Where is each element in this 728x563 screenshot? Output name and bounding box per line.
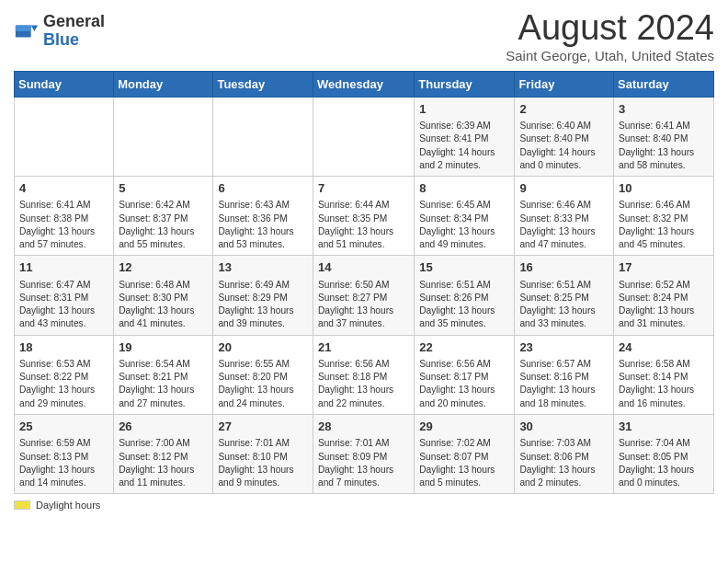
day-number: 20: [218, 339, 308, 356]
calendar-cell-3-0: 18Sunrise: 6:53 AM Sunset: 8:22 PM Dayli…: [15, 335, 114, 414]
calendar-cell-0-1: [114, 97, 213, 176]
day-info: Sunrise: 6:54 AM Sunset: 8:21 PM Dayligh…: [119, 358, 208, 410]
calendar-cell-0-2: [213, 97, 313, 176]
calendar-cell-2-0: 11Sunrise: 6:47 AM Sunset: 8:31 PM Dayli…: [15, 256, 114, 335]
day-info: Sunrise: 6:51 AM Sunset: 8:25 PM Dayligh…: [519, 279, 609, 331]
day-info: Sunrise: 6:49 AM Sunset: 8:29 PM Dayligh…: [218, 279, 308, 331]
day-info: Sunrise: 6:57 AM Sunset: 8:16 PM Dayligh…: [519, 358, 609, 410]
svg-marker-1: [31, 25, 38, 31]
calendar-week-2: 4Sunrise: 6:41 AM Sunset: 8:38 PM Daylig…: [15, 177, 714, 256]
day-info: Sunrise: 6:55 AM Sunset: 8:20 PM Dayligh…: [218, 358, 308, 410]
day-info: Sunrise: 7:00 AM Sunset: 8:12 PM Dayligh…: [119, 437, 208, 489]
day-info: Sunrise: 6:52 AM Sunset: 8:24 PM Dayligh…: [619, 279, 709, 331]
day-number: 19: [119, 339, 208, 356]
day-number: 25: [19, 419, 108, 435]
day-info: Sunrise: 7:02 AM Sunset: 8:07 PM Dayligh…: [419, 437, 509, 489]
day-info: Sunrise: 6:39 AM Sunset: 8:41 PM Dayligh…: [419, 120, 509, 172]
day-info: Sunrise: 7:04 AM Sunset: 8:05 PM Dayligh…: [619, 437, 709, 489]
month-title: August 2024: [506, 9, 714, 48]
calendar-header-sunday: Sunday: [15, 71, 114, 97]
logo-general-text: General: [43, 12, 105, 30]
day-number: 14: [318, 259, 409, 276]
day-info: Sunrise: 6:43 AM Sunset: 8:36 PM Dayligh…: [218, 199, 308, 251]
day-number: 24: [619, 339, 709, 356]
calendar-cell-3-5: 23Sunrise: 6:57 AM Sunset: 8:16 PM Dayli…: [515, 335, 614, 414]
day-number: 23: [519, 339, 609, 356]
day-number: 10: [619, 180, 709, 197]
day-number: 7: [318, 180, 409, 197]
day-number: 16: [519, 259, 609, 276]
calendar-cell-4-0: 25Sunrise: 6:59 AM Sunset: 8:13 PM Dayli…: [15, 415, 114, 494]
calendar-cell-3-6: 24Sunrise: 6:58 AM Sunset: 8:14 PM Dayli…: [614, 335, 714, 414]
calendar-week-4: 18Sunrise: 6:53 AM Sunset: 8:22 PM Dayli…: [15, 335, 714, 414]
calendar-cell-2-2: 13Sunrise: 6:49 AM Sunset: 8:29 PM Dayli…: [213, 256, 313, 335]
logo-blue-text: Blue: [43, 30, 79, 49]
header: General Blue August 2024 Saint George, U…: [14, 9, 714, 63]
calendar-cell-2-1: 12Sunrise: 6:48 AM Sunset: 8:30 PM Dayli…: [114, 256, 213, 335]
calendar-cell-2-3: 14Sunrise: 6:50 AM Sunset: 8:27 PM Dayli…: [313, 256, 415, 335]
day-number: 1: [419, 101, 509, 118]
day-info: Sunrise: 6:42 AM Sunset: 8:37 PM Dayligh…: [119, 199, 208, 251]
day-number: 27: [218, 419, 308, 435]
day-number: 30: [519, 419, 609, 435]
day-number: 15: [419, 259, 509, 276]
day-info: Sunrise: 6:51 AM Sunset: 8:26 PM Dayligh…: [419, 279, 509, 331]
day-number: 18: [19, 339, 108, 356]
day-info: Sunrise: 6:56 AM Sunset: 8:17 PM Dayligh…: [419, 358, 509, 410]
day-number: 4: [19, 180, 108, 197]
calendar-header-friday: Friday: [515, 71, 614, 97]
calendar-cell-3-3: 21Sunrise: 6:56 AM Sunset: 8:18 PM Dayli…: [313, 335, 415, 414]
day-number: 5: [119, 180, 208, 197]
footer-note: Daylight hours: [14, 500, 714, 511]
calendar-week-3: 11Sunrise: 6:47 AM Sunset: 8:31 PM Dayli…: [15, 256, 714, 335]
calendar-header-thursday: Thursday: [415, 71, 515, 97]
day-info: Sunrise: 6:53 AM Sunset: 8:22 PM Dayligh…: [19, 358, 108, 410]
day-number: 31: [619, 419, 709, 435]
day-info: Sunrise: 6:56 AM Sunset: 8:18 PM Dayligh…: [318, 358, 409, 410]
calendar-header-tuesday: Tuesday: [213, 71, 313, 97]
day-number: 13: [218, 259, 308, 276]
daylight-bar-icon: [14, 500, 30, 510]
calendar-cell-4-2: 27Sunrise: 7:01 AM Sunset: 8:10 PM Dayli…: [213, 415, 313, 494]
calendar-cell-1-0: 4Sunrise: 6:41 AM Sunset: 8:38 PM Daylig…: [15, 177, 114, 256]
svg-rect-2: [16, 25, 31, 31]
calendar-cell-3-1: 19Sunrise: 6:54 AM Sunset: 8:21 PM Dayli…: [114, 335, 213, 414]
calendar-cell-0-6: 3Sunrise: 6:41 AM Sunset: 8:40 PM Daylig…: [614, 97, 714, 176]
calendar-header-row: SundayMondayTuesdayWednesdayThursdayFrid…: [15, 71, 714, 97]
day-number: 11: [19, 259, 108, 276]
calendar-cell-2-4: 15Sunrise: 6:51 AM Sunset: 8:26 PM Dayli…: [415, 256, 515, 335]
calendar-cell-1-2: 6Sunrise: 6:43 AM Sunset: 8:36 PM Daylig…: [213, 177, 313, 256]
calendar-week-1: 1Sunrise: 6:39 AM Sunset: 8:41 PM Daylig…: [15, 97, 714, 176]
calendar-cell-0-3: [313, 97, 415, 176]
logo-icon: [14, 18, 40, 44]
day-info: Sunrise: 6:41 AM Sunset: 8:40 PM Dayligh…: [619, 120, 709, 172]
calendar-cell-2-6: 17Sunrise: 6:52 AM Sunset: 8:24 PM Dayli…: [614, 256, 714, 335]
day-number: 21: [318, 339, 409, 356]
calendar-header-wednesday: Wednesday: [313, 71, 415, 97]
day-number: 2: [519, 101, 609, 118]
day-info: Sunrise: 6:44 AM Sunset: 8:35 PM Dayligh…: [318, 199, 409, 251]
day-info: Sunrise: 7:03 AM Sunset: 8:06 PM Dayligh…: [519, 437, 609, 489]
day-info: Sunrise: 7:01 AM Sunset: 8:09 PM Dayligh…: [318, 437, 409, 489]
calendar-header-saturday: Saturday: [614, 71, 714, 97]
day-info: Sunrise: 6:45 AM Sunset: 8:34 PM Dayligh…: [419, 199, 509, 251]
day-number: 29: [419, 419, 509, 435]
calendar-cell-1-3: 7Sunrise: 6:44 AM Sunset: 8:35 PM Daylig…: [313, 177, 415, 256]
day-number: 8: [419, 180, 509, 197]
calendar-cell-3-2: 20Sunrise: 6:55 AM Sunset: 8:20 PM Dayli…: [213, 335, 313, 414]
calendar-cell-4-6: 31Sunrise: 7:04 AM Sunset: 8:05 PM Dayli…: [614, 415, 714, 494]
calendar-cell-0-5: 2Sunrise: 6:40 AM Sunset: 8:40 PM Daylig…: [515, 97, 614, 176]
calendar-cell-1-1: 5Sunrise: 6:42 AM Sunset: 8:37 PM Daylig…: [114, 177, 213, 256]
day-info: Sunrise: 7:01 AM Sunset: 8:10 PM Dayligh…: [218, 437, 308, 489]
day-number: 9: [519, 180, 609, 197]
day-info: Sunrise: 6:41 AM Sunset: 8:38 PM Dayligh…: [19, 199, 108, 251]
calendar-cell-1-5: 9Sunrise: 6:46 AM Sunset: 8:33 PM Daylig…: [515, 177, 614, 256]
logo: General Blue: [14, 9, 105, 50]
day-number: 22: [419, 339, 509, 356]
daylight-label: Daylight hours: [36, 500, 100, 511]
day-number: 3: [619, 101, 709, 118]
day-number: 12: [119, 259, 208, 276]
calendar-cell-0-4: 1Sunrise: 6:39 AM Sunset: 8:41 PM Daylig…: [415, 97, 515, 176]
calendar-cell-1-4: 8Sunrise: 6:45 AM Sunset: 8:34 PM Daylig…: [415, 177, 515, 256]
day-info: Sunrise: 6:46 AM Sunset: 8:32 PM Dayligh…: [619, 199, 709, 251]
